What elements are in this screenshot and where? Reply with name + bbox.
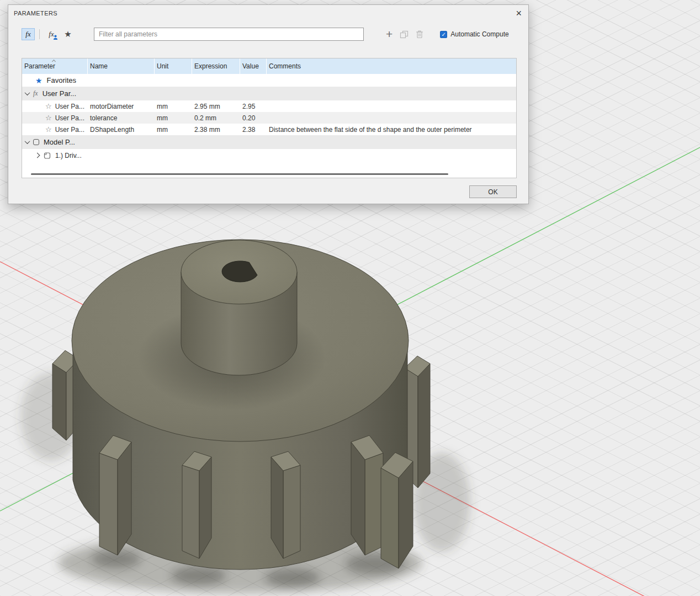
rib-front-5[interactable] [381,453,413,568]
automatic-compute-group: ✓ Automatic Compute [440,30,508,38]
parameter-cell: ☆ User Pa... [22,125,87,134]
column-header-unit[interactable]: Unit [154,58,192,74]
chevron-right-icon[interactable] [35,153,40,158]
expression-cell[interactable]: 0.2 mm [192,114,240,122]
model-parameters-group-label: Model P... [44,138,75,146]
component-icon [44,152,51,159]
rib-front-2[interactable] [182,451,211,558]
favorite-toggle-star-icon[interactable]: ☆ [45,125,52,134]
parameter-row-motordiameter: ☆ User Pa... motorDiameter mm 2.95 mm 2.… [22,100,516,112]
row-user-parameters-group[interactable]: fx User Par... [22,87,516,100]
unit-cell: mm [154,114,192,122]
user-person-icon [53,35,58,40]
column-header-value[interactable]: Value [240,58,266,74]
parameter-row-dshapelength: ☆ User Pa... DShapeLength mm 2.38 mm 2.3… [22,124,516,135]
model-child-label: 1.) Driv... [55,152,82,159]
parameters-table: Parameter Name Unit Expression Value Com… [22,58,517,178]
add-parameter-icon[interactable]: + [386,29,393,40]
delete-parameter-icon[interactable] [416,30,423,39]
value-cell: 2.95 [240,103,266,110]
column-header-parameter[interactable]: Parameter [22,58,87,74]
parameter-cell: ☆ User Pa... [22,114,87,122]
chevron-down-icon[interactable] [25,139,30,144]
rib-front-4[interactable] [351,435,383,555]
toolbar-separator [39,29,40,39]
row-favorites[interactable]: ★ Favorites [22,74,516,87]
parameter-cell: ☆ User Pa... [22,102,87,110]
favorite-toggle-star-icon[interactable]: ☆ [45,114,52,122]
comment-cell[interactable]: Distance between the flat side of the d … [266,126,516,134]
close-icon[interactable]: × [516,9,522,17]
rib-front-1[interactable] [99,435,131,555]
rib-front-3[interactable] [271,451,300,558]
copy-parameter-icon[interactable] [400,30,409,39]
dialog-toolbar: fx fx ★ + [8,26,528,42]
expression-cell[interactable]: 2.95 mm [192,103,240,110]
name-cell[interactable]: tolerance [87,114,154,122]
model-icon [33,139,39,145]
favorite-toggle-star-icon[interactable]: ☆ [45,102,52,110]
fx-icon: fx [33,89,38,98]
table-header: Parameter Name Unit Expression Value Com… [22,58,516,74]
user-parameters-group-label: User Par... [43,89,76,98]
column-header-comments[interactable]: Comments [266,58,516,74]
filter-parameters-input[interactable] [94,28,364,41]
favorites-label: Favorites [47,76,76,84]
dialog-titlebar[interactable]: PARAMETERS × [8,5,528,22]
parameters-dialog: PARAMETERS × fx fx ★ + [8,4,529,204]
favorites-filter-star-icon[interactable]: ★ [63,29,73,39]
row-model-child[interactable]: 1.) Driv... [22,149,516,162]
automatic-compute-label: Automatic Compute [450,30,508,38]
column-header-expression[interactable]: Expression [192,58,240,74]
horizontal-scrollbar[interactable] [30,172,508,175]
expression-cell[interactable]: 2.38 mm [192,126,240,134]
name-cell[interactable]: DShapeLength [87,126,154,134]
fx-icon: fx [25,30,30,39]
fx-filter-button[interactable]: fx [22,28,35,40]
value-cell: 2.38 [240,126,266,134]
row-model-parameters-group[interactable]: Model P... [22,135,516,149]
unit-cell: mm [154,103,192,110]
unit-cell: mm [154,126,192,134]
name-cell[interactable]: motorDiameter [87,103,154,110]
dialog-title: PARAMETERS [14,10,57,17]
chevron-down-icon[interactable] [25,90,30,95]
add-user-parameter-button[interactable]: fx [44,28,59,40]
favorites-star-icon: ★ [35,76,43,85]
parameter-row-tolerance: ☆ User Pa... tolerance mm 0.2 mm 0.20 [22,112,516,124]
column-header-name[interactable]: Name [87,58,154,74]
value-cell: 0.20 [240,114,266,122]
ok-button[interactable]: OK [469,185,517,198]
impeller-model[interactable] [52,240,430,570]
scrollbar-thumb[interactable] [31,173,448,175]
check-icon: ✓ [442,31,446,38]
automatic-compute-checkbox[interactable]: ✓ [440,31,447,38]
